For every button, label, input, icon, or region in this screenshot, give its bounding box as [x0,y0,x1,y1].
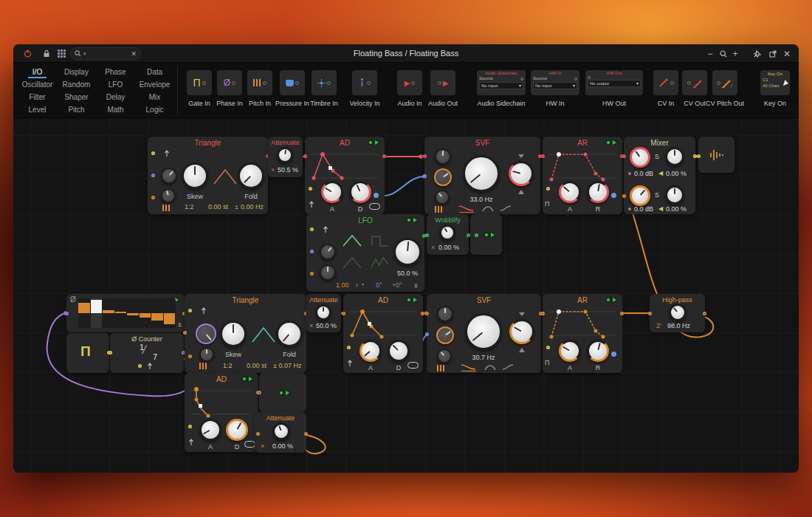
enable-toggle[interactable] [241,376,254,382]
level-port[interactable] [374,193,379,198]
category-data[interactable]: Data [135,66,174,79]
cutoff-knob[interactable] [669,304,687,321]
in-port[interactable] [425,312,429,315]
keytrack-knob[interactable] [435,190,450,205]
tile-cv-in[interactable]: CV In [650,70,682,107]
tile-audio-out[interactable]: ▶ Audio Out [422,70,464,107]
wave-square-icon[interactable] [370,233,390,248]
in-port[interactable] [423,154,427,158]
attack-knob[interactable] [559,181,581,203]
ad-envelope-display[interactable] [189,385,254,420]
attack-knob[interactable] [199,419,221,441]
module-svf-2[interactable]: SVF 30.7 Hz [427,294,541,373]
retrigger-port[interactable] [310,227,314,231]
phase-mod-knob[interactable] [161,168,177,184]
out-port[interactable] [304,432,308,436]
gate-port[interactable] [546,346,550,349]
enable-toggle[interactable] [484,232,496,238]
ch2-in-port[interactable] [622,194,626,198]
module-wobblify[interactable]: Wobblify × 0.00 % [427,214,469,255]
tile-hw-in[interactable]: HW In Source No input▾ HW In [526,70,585,107]
enable-toggle[interactable] [605,297,618,303]
gate-port[interactable] [309,187,312,191]
attenuate-knob[interactable] [277,147,293,163]
tile-velocity-in[interactable]: Velocity In [343,70,387,107]
amount-knob[interactable] [393,238,422,266]
tile-hw-out[interactable]: HW Out No output▾ HW Out [583,70,645,107]
trig-in-port[interactable] [109,351,112,355]
zoom-out-button[interactable]: − [704,44,716,63]
category-mix[interactable]: Mix [135,92,174,104]
rate-mod-knob[interactable] [320,264,336,281]
category-oscillator[interactable]: Oscillator [18,79,57,92]
cutoff-knob[interactable] [463,155,500,192]
highpass-icon[interactable] [500,204,512,213]
speaker-icon[interactable]: ◀ [658,205,663,212]
phase-mod-knob[interactable] [320,244,336,260]
category-level[interactable]: Level [18,104,57,117]
module-ad-2[interactable]: AD A D [343,294,423,373]
lowpass-icon[interactable] [461,363,477,372]
highpass-icon[interactable] [502,363,514,372]
module-attenuate-1[interactable]: Attenuate × 50.5 % [268,137,303,177]
octave-bars-icon[interactable] [162,205,171,211]
ar-envelope-display[interactable] [547,148,618,184]
in-port[interactable] [648,312,652,315]
fold-knob[interactable] [238,162,264,189]
ch2-gain-knob[interactable] [630,185,650,206]
attack-knob[interactable] [559,340,581,362]
category-shaper[interactable]: Shaper [57,92,96,104]
gain-knob[interactable] [437,306,453,322]
attenuate-knob[interactable] [315,304,331,321]
pitch-mod-knob[interactable] [199,347,214,362]
phase-port[interactable] [183,331,187,335]
enable-toggle[interactable] [278,390,291,396]
in-port[interactable] [425,233,429,237]
ad-envelope-display[interactable] [309,148,380,184]
lowpass-icon[interactable] [458,204,475,213]
steps-display[interactable] [78,298,176,328]
wave-triangle2-icon[interactable] [342,256,362,270]
wobble-knob[interactable] [439,225,455,241]
module-triangle-1[interactable]: Triangle Skew Fold 1:2 0.00 st ± 0.00 Hz [148,137,268,214]
keytrack-bars-icon[interactable] [435,206,444,213]
module-attenuate-2[interactable]: Attenuate × 50.0 % [306,294,341,332]
zoom-in-button[interactable]: + [729,44,741,63]
category-io[interactable]: I/O [18,66,57,79]
module-gate-source[interactable]: Π [66,333,109,373]
tile-cv-pitch-out[interactable]: ♪ CV Pitch Out [698,70,751,107]
detach-button[interactable] [767,44,779,63]
ch1-in-port[interactable] [622,154,626,158]
in-port[interactable] [697,154,701,158]
grid-canvas[interactable]: Triangle Skew Fold 1:2 0.00 st ± 0.00 Hz… [13,118,799,473]
category-pitch[interactable]: Pitch [57,104,96,117]
module-highpass[interactable]: High-pass 2' 98.0 Hz [650,294,705,332]
ar-envelope-display[interactable] [547,306,618,341]
enable-toggle[interactable] [406,217,419,223]
in-port[interactable] [342,312,345,315]
wave-random-icon[interactable] [370,256,390,270]
pitch-mod-knob[interactable] [161,188,176,203]
level-port[interactable] [611,352,616,357]
cutoff-mod-port[interactable] [425,332,429,336]
in-port[interactable] [258,391,261,394]
release-knob[interactable] [587,181,609,203]
cutoff-mod-knob[interactable] [436,326,454,344]
ch2-pan-knob[interactable] [665,185,684,205]
cutoff-knob[interactable] [465,313,502,350]
category-filter[interactable]: Filter [18,92,57,104]
rate-port[interactable] [310,272,314,275]
bandpass-icon[interactable] [484,363,496,372]
enable-toggle[interactable] [406,297,419,303]
module-counter[interactable]: Ø Counter 1 / 7 [110,333,184,373]
module-ar-1[interactable]: AR Π A R [543,137,622,214]
module-green-small-2[interactable] [259,373,306,412]
module-audio-out[interactable] [698,137,734,173]
wave-triangle-icon[interactable] [342,233,362,248]
out-port[interactable] [421,312,424,315]
module-svf-1[interactable]: SVF 33.0 Hz [424,137,540,214]
category-phase[interactable]: Phase [96,66,135,79]
out-port[interactable] [382,154,386,158]
ch1-gain-mod-port[interactable] [628,172,631,175]
cutoff-mod-knob[interactable] [434,168,452,186]
